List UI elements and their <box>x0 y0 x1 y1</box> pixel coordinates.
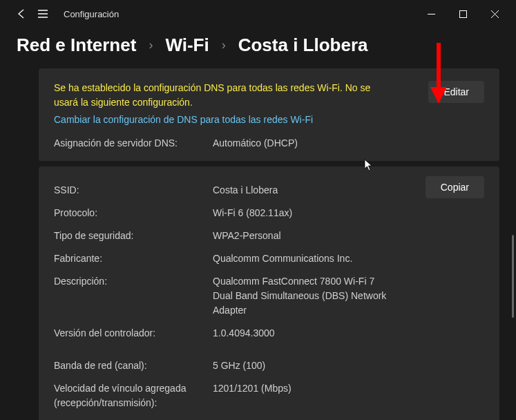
dns-assign-label: Asignación de servidor DNS: <box>54 137 213 149</box>
link-speed-value: 1201/1201 (Mbps) <box>213 381 392 410</box>
manufacturer-value: Qualcomm Communications Inc. <box>213 251 392 266</box>
breadcrumb-network[interactable]: Red e Internet <box>17 35 136 56</box>
dns-change-link[interactable]: Cambiar la configuración de DNS para tod… <box>54 114 313 125</box>
chevron-right-icon: › <box>149 38 153 52</box>
description-label: Descripción: <box>54 274 213 318</box>
properties-card: Copiar SSID:Costa i Llobera Protocolo:Wi… <box>39 166 499 420</box>
minimize-button[interactable] <box>415 0 447 28</box>
description-value: Qualcomm FastConnect 7800 Wi-Fi 7 Dual B… <box>213 274 392 318</box>
app-title: Configuración <box>64 9 119 19</box>
dns-card: Se ha establecido la configuración DNS p… <box>39 68 499 161</box>
security-label: Tipo de seguridad: <box>54 229 213 243</box>
scrollbar[interactable] <box>512 235 514 318</box>
chevron-right-icon: › <box>222 38 226 52</box>
ssid-value: Costa i Llobera <box>213 183 392 198</box>
manufacturer-label: Fabricante: <box>54 251 213 266</box>
driver-version-value: 1.0.4094.3000 <box>213 326 392 341</box>
close-button[interactable] <box>479 0 510 28</box>
protocol-label: Protocolo: <box>54 206 213 220</box>
dns-assign-value: Automático (DHCP) <box>213 137 298 149</box>
titlebar: Configuración <box>0 0 516 28</box>
band-label: Banda de red (canal): <box>54 359 213 373</box>
breadcrumb: Red e Internet › Wi-Fi › Costa i Llobera <box>0 28 516 68</box>
copy-button[interactable]: Copiar <box>426 176 484 198</box>
dns-notice-text: Se ha establecido la configuración DNS p… <box>54 81 372 110</box>
band-value: 5 GHz (100) <box>213 359 392 373</box>
ssid-label: SSID: <box>54 183 213 198</box>
protocol-value: Wi-Fi 6 (802.11ax) <box>213 206 392 220</box>
edit-button[interactable]: Editar <box>428 81 484 103</box>
link-speed-label: Velocidad de vínculo agregada (recepción… <box>54 381 213 410</box>
driver-version-label: Versión del controlador: <box>54 326 213 341</box>
svg-rect-0 <box>459 10 466 17</box>
back-icon[interactable] <box>15 8 26 19</box>
breadcrumb-ssid: Costa i Llobera <box>238 35 368 56</box>
maximize-button[interactable] <box>447 0 479 28</box>
hamburger-icon[interactable] <box>37 8 48 19</box>
breadcrumb-wifi[interactable]: Wi-Fi <box>165 35 209 56</box>
security-value: WPA2-Personal <box>213 229 392 243</box>
